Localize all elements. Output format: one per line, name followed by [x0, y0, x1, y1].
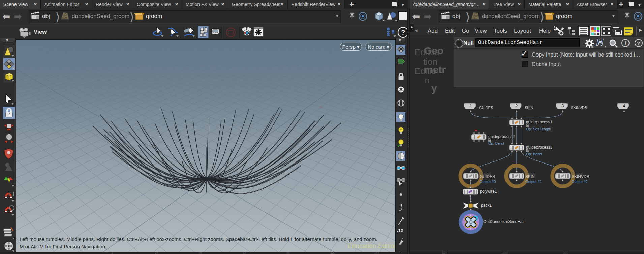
svg-text:GUIDES: GUIDES	[480, 174, 495, 179]
svg-text:polywire1: polywire1	[480, 189, 497, 194]
svg-text:guideprocess1: guideprocess1	[526, 120, 552, 124]
svg-text:1: 1	[470, 104, 472, 108]
svg-text:Op: Bend: Op: Bend	[488, 141, 504, 145]
svg-text:Output #0: Output #0	[480, 180, 496, 184]
svg-text:i: i	[625, 40, 626, 46]
svg-text:SKIN: SKIN	[525, 174, 535, 179]
svg-text:4: 4	[623, 104, 625, 108]
svg-text:Output #1: Output #1	[525, 180, 542, 184]
svg-text:OutDandelionSeedHair: OutDandelionSeedHair	[483, 219, 525, 224]
svg-text:2: 2	[516, 104, 518, 108]
svg-text:SKINVDB: SKINVDB	[571, 106, 587, 110]
svg-text:Op: Bend: Op: Bend	[526, 152, 542, 156]
svg-text:SKIN: SKIN	[525, 106, 533, 110]
svg-text:Output #2: Output #2	[572, 180, 588, 184]
svg-text:3: 3	[562, 104, 564, 108]
svg-text:⤢: ⤢	[214, 30, 216, 33]
svg-text:guideprocess2: guideprocess2	[488, 134, 515, 139]
svg-text:guideprocess3: guideprocess3	[526, 145, 552, 150]
svg-text:GUIDES: GUIDES	[479, 106, 493, 110]
svg-text:pack1: pack1	[481, 203, 492, 208]
svg-text:?: ?	[637, 40, 640, 46]
svg-text:Op: Set Length: Op: Set Length	[526, 127, 551, 131]
svg-text:?: ?	[401, 29, 405, 36]
svg-text:SKINVDB: SKINVDB	[572, 174, 589, 179]
